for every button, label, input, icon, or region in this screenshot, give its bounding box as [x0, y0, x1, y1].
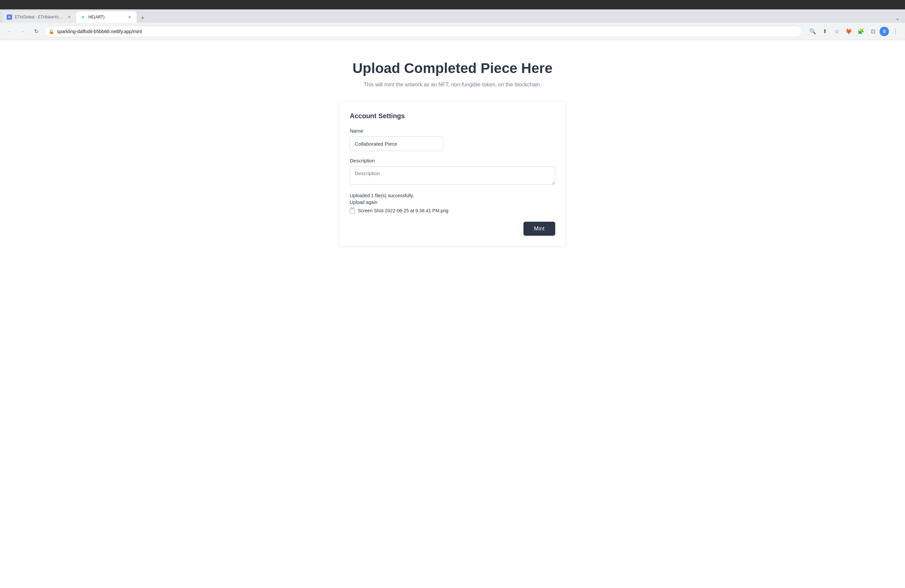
description-textarea[interactable] [350, 166, 555, 185]
share-icon: ⬆ [822, 28, 827, 35]
tab-list-button[interactable]: ⌄ [892, 14, 902, 23]
search-icon: 🔍 [809, 28, 816, 35]
toolbar-icons: 🔍 ⬆ ☆ 🦊 🧩 ⊡ S ⋮ [807, 26, 901, 37]
file-preview: Screen Shot 2022-06-25 at 9.38.41 PM.png [350, 208, 555, 214]
address-text: sparkling-daffodil-b5bb66.netlify.app/mi… [57, 29, 797, 34]
extensions-icon-btn[interactable]: 🧩 [856, 26, 866, 37]
star-icon-btn[interactable]: ☆ [831, 26, 842, 37]
tab-heart-title: HE(ART) [88, 15, 124, 19]
address-bar[interactable]: 🔒 sparkling-daffodil-b5bb66.netlify.app/… [44, 26, 802, 37]
name-form-group: Name [350, 128, 555, 151]
forward-button[interactable]: → [17, 26, 28, 37]
address-bar-row: ← → ↻ 🔒 sparkling-daffodil-b5bb66.netlif… [0, 23, 905, 40]
name-label: Name [350, 128, 555, 133]
description-label: Description [350, 158, 555, 164]
favicon-eth: E [7, 14, 12, 20]
more-icon: ⋮ [893, 28, 898, 35]
new-tab-button[interactable]: + [138, 13, 147, 23]
page-title: Upload Completed Piece Here [352, 60, 553, 76]
more-options-btn[interactable]: ⋮ [890, 26, 901, 37]
metamask-icon-btn[interactable]: 🦊 [843, 26, 854, 37]
mint-button[interactable]: Mint [524, 222, 555, 236]
browser-top-bar [0, 0, 905, 10]
back-button[interactable]: ← [4, 26, 15, 37]
tab-heart-close[interactable]: × [127, 14, 133, 20]
tab-ethglobal[interactable]: E ETHGlobal - ETHNewYork 202 × [3, 11, 76, 23]
description-form-group: Description [350, 158, 555, 186]
card-title: Account Settings [350, 112, 555, 120]
upload-success-text: Uploaded 1 file(s) successfully. [350, 193, 555, 198]
file-image-icon [350, 208, 355, 214]
share-icon-btn[interactable]: ⬆ [819, 26, 830, 37]
page-subtitle: This will mint the artwork as an NFT, no… [364, 82, 541, 88]
form-footer: Mint [350, 222, 555, 236]
tab-ethglobal-title: ETHGlobal - ETHNewYork 202 [15, 15, 64, 19]
profile-avatar[interactable]: S [880, 27, 889, 36]
page-content: Upload Completed Piece Here This will mi… [0, 40, 905, 588]
lock-icon: 🔒 [49, 29, 54, 34]
tab-heart[interactable]: ♥ HE(ART) × [76, 11, 137, 23]
tab-ethglobal-close[interactable]: × [66, 14, 72, 20]
favicon-heart: ♥ [80, 14, 86, 20]
file-name: Screen Shot 2022-06-25 at 9.38.41 PM.png [358, 208, 448, 213]
tabs-bar: E ETHGlobal - ETHNewYork 202 × ♥ HE(ART)… [0, 10, 905, 23]
search-icon-btn[interactable]: 🔍 [807, 26, 818, 37]
reload-button[interactable]: ↻ [31, 26, 41, 37]
puzzle-icon: 🧩 [857, 28, 864, 35]
name-input[interactable] [350, 136, 443, 151]
upload-again-link[interactable]: Upload again [350, 200, 555, 205]
layout-icon-btn[interactable]: ⊡ [867, 26, 878, 37]
form-card: Account Settings Name Description Upload… [339, 101, 566, 247]
metamask-icon: 🦊 [845, 28, 852, 35]
layout-icon: ⊡ [871, 28, 875, 35]
star-icon: ☆ [834, 28, 839, 35]
